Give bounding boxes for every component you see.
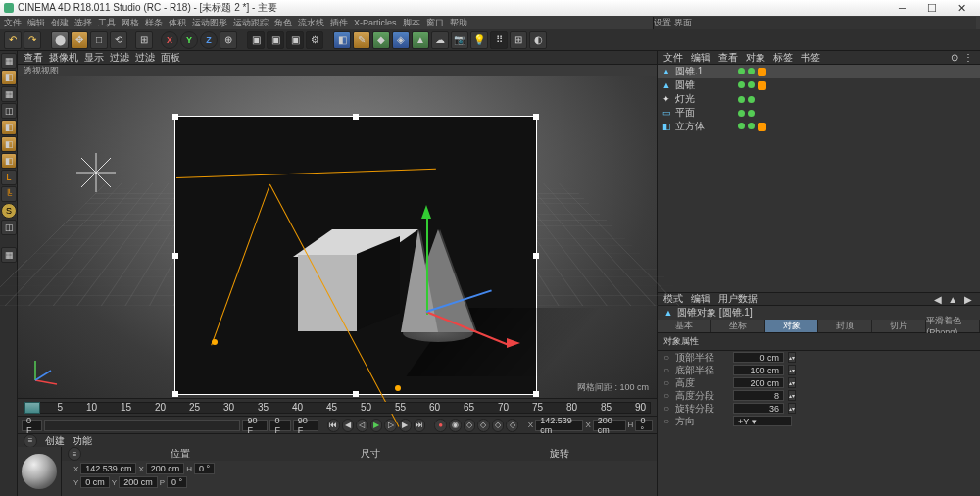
z-axis-button[interactable]: Z	[200, 31, 218, 49]
material-area[interactable]	[18, 447, 61, 496]
attr-input[interactable]: 200 cm	[733, 377, 784, 388]
render-settings-button[interactable]: ⚙	[306, 31, 323, 49]
tag-icon[interactable]	[758, 123, 766, 131]
menu-工具[interactable]: 工具	[98, 17, 116, 29]
subtab-封顶[interactable]: 封顶	[818, 320, 872, 332]
render-dot[interactable]	[748, 123, 755, 129]
obj-tab[interactable]: 书签	[801, 51, 820, 65]
mat-tab[interactable]: 创建	[45, 434, 65, 448]
vp-menu-item[interactable]: 摄像机	[49, 51, 78, 65]
subtab-对象[interactable]: 对象	[765, 320, 819, 332]
panel-options-icon[interactable]: ⊙ ⋮	[951, 52, 974, 63]
subtab-坐标[interactable]: 坐标	[711, 320, 765, 332]
object-list[interactable]: ▲圆锥.1▲圆锥✦灯光▭平面◧立方体	[658, 65, 980, 292]
menu-right[interactable]: 设置 界面	[653, 17, 976, 29]
key-scale-button[interactable]: ◇	[477, 419, 490, 432]
render-frame[interactable]	[174, 116, 537, 395]
subtab-基本[interactable]: 基本	[658, 320, 711, 332]
rot-p[interactable]: 0 °	[167, 476, 187, 488]
rot-h[interactable]: 0 °	[194, 463, 215, 474]
spinner-icon[interactable]: ▴▾	[788, 403, 796, 414]
start-frame-field[interactable]: 0 F	[22, 420, 42, 431]
key-param-button[interactable]: ◇	[506, 419, 518, 432]
y-axis-button[interactable]: Y	[180, 31, 198, 49]
visibility-dot[interactable]	[738, 81, 745, 88]
tag-icon[interactable]	[758, 68, 766, 76]
menu-创建[interactable]: 创建	[51, 17, 69, 29]
axis-p-button[interactable]: ╚	[1, 186, 17, 202]
undo-button[interactable]: ↶	[4, 31, 22, 49]
viewport[interactable]: 网格间距 : 100 cm	[18, 76, 657, 398]
add-nurbs-button[interactable]: ◆	[372, 31, 390, 49]
spinner-icon[interactable]: ▴▾	[788, 352, 796, 363]
object-row[interactable]: ▲圆锥.1	[658, 65, 980, 78]
obj-tab[interactable]: 标签	[773, 51, 793, 65]
play-button[interactable]: ▶	[370, 419, 383, 432]
vp-menu-item[interactable]: 查看	[24, 51, 43, 65]
visibility-dot[interactable]	[738, 123, 745, 129]
visibility-dot[interactable]	[738, 110, 745, 117]
menu-角色[interactable]: 角色	[274, 17, 292, 29]
obj-tab[interactable]: 对象	[746, 51, 765, 65]
minimize-button[interactable]: ─	[888, 1, 917, 15]
prev-key-button[interactable]: ◀	[342, 419, 355, 432]
vp-menu-item[interactable]: 面板	[161, 51, 180, 65]
obj-tab[interactable]: 编辑	[691, 51, 710, 65]
snap-button[interactable]: S	[1, 203, 17, 219]
mat-menu-icon[interactable]: ≡	[24, 434, 37, 448]
coord-tab[interactable]: 旋转	[468, 447, 651, 461]
attr-input[interactable]: 100 cm	[733, 365, 784, 375]
prev-frame-button[interactable]: ◁	[356, 419, 368, 432]
spinner-icon[interactable]: ▴▾	[788, 390, 796, 401]
goto-end-button[interactable]: ⏭	[414, 419, 426, 432]
end-frame-field[interactable]: 90 F	[242, 420, 268, 431]
attr-input[interactable]: 8	[733, 390, 784, 401]
cube-object[interactable]	[298, 229, 396, 327]
menu-脚本[interactable]: 脚本	[403, 17, 420, 29]
vp-menu-item[interactable]: 过滤	[135, 51, 155, 65]
autokey-button[interactable]: ◉	[449, 419, 462, 432]
menu-流水线[interactable]: 流水线	[298, 17, 324, 29]
menu-插件[interactable]: 插件	[330, 17, 348, 29]
add-mograph-button[interactable]: ⊞	[510, 31, 527, 49]
render-pv-button[interactable]: ▣	[286, 31, 304, 49]
cone-object[interactable]	[401, 229, 479, 347]
add-generator-button[interactable]: ◈	[392, 31, 410, 49]
scale-button[interactable]: □	[90, 31, 108, 49]
vp-menu-item[interactable]: 过滤	[110, 51, 129, 65]
coord-tab[interactable]: 尺寸	[279, 447, 462, 461]
timeline-thumb[interactable]	[24, 402, 40, 414]
viewport-solo-button[interactable]: ▦	[1, 247, 17, 263]
spinner-icon[interactable]: ▴▾	[788, 365, 796, 375]
object-row[interactable]: ◧立方体	[658, 120, 980, 133]
menu-窗口[interactable]: 窗口	[426, 17, 444, 29]
light-icon-button[interactable]: ◐	[529, 31, 547, 49]
axis-l-button[interactable]: L	[1, 170, 17, 185]
goto-start-button[interactable]: ⏮	[327, 419, 340, 432]
subtab-切片[interactable]: 切片	[872, 320, 926, 332]
range-slider[interactable]	[44, 420, 240, 431]
timeline[interactable]: 051015202530354045505560657075808590	[18, 398, 657, 416]
obj-tab[interactable]: 查看	[718, 51, 738, 65]
render-dot[interactable]	[748, 110, 755, 117]
render-dot[interactable]	[748, 96, 755, 103]
total-frame-field[interactable]: 90 F	[293, 420, 318, 431]
menu-X-Particles[interactable]: X-Particles	[354, 18, 397, 27]
coord-x-size[interactable]: 200 cm	[593, 420, 626, 431]
vp-menu-item[interactable]: 显示	[84, 51, 104, 65]
menu-体积[interactable]: 体积	[169, 17, 186, 29]
workplane2-button[interactable]: ◫	[1, 220, 17, 235]
coord-menu-icon[interactable]: ≡	[68, 447, 81, 461]
world-button[interactable]: ⊕	[220, 31, 237, 49]
menu-样条[interactable]: 样条	[145, 17, 163, 29]
add-pen-button[interactable]: ✎	[353, 31, 370, 49]
make-editable-button[interactable]: ▦	[1, 53, 17, 69]
point-mode-button[interactable]: ◧	[1, 120, 17, 135]
live-select-button[interactable]: ⬤	[51, 31, 69, 49]
size-x[interactable]: 200 cm	[146, 463, 185, 474]
obj-tab[interactable]: 文件	[663, 51, 683, 65]
menu-选择[interactable]: 选择	[74, 17, 92, 29]
render-region-button[interactable]: ▣	[267, 31, 284, 49]
key-pos-button[interactable]: ◇	[464, 419, 476, 432]
material-preview[interactable]	[22, 454, 57, 489]
